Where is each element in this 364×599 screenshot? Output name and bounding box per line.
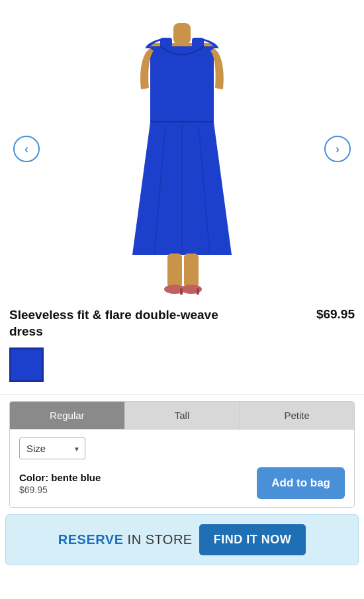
product-title: Sleeveless fit & flare double-weave dres… [9,307,234,340]
svg-rect-7 [167,253,182,288]
product-image [96,3,268,295]
find-it-now-button[interactable]: FIND IT NOW [199,524,306,555]
add-to-bag-button[interactable]: Add to bag [257,467,345,499]
product-info-section: Sleeveless fit & flare double-weave dres… [0,298,364,394]
reserve-text: RESERVE IN STORE [58,532,193,547]
next-arrow-icon: › [336,142,340,156]
color-swatch-blue[interactable] [9,347,44,382]
add-to-bag-row: Color: bente blue $69.95 Add to bag [19,467,345,499]
tab-regular[interactable]: Regular [10,402,125,429]
size-select-row: Size 0 2 4 6 8 10 12 14 16 [19,438,345,459]
color-swatch-row [9,347,355,385]
reserve-highlight: RESERVE [58,532,124,547]
prev-image-button[interactable]: ‹ [13,136,40,162]
options-body: Size 0 2 4 6 8 10 12 14 16 Color: bente … [10,430,354,507]
product-image-section: ‹ [0,0,364,298]
color-label: Color: bente blue [19,472,101,483]
next-image-button[interactable]: › [324,136,351,162]
options-section: Regular Tall Petite Size 0 2 4 6 8 10 12… [9,401,355,508]
color-price-info: Color: bente blue $69.95 [19,472,101,495]
reserve-banner: RESERVE IN STORE FIND IT NOW [5,514,359,565]
svg-rect-1 [173,23,191,44]
svg-rect-11 [180,288,183,295]
size-select-wrapper: Size 0 2 4 6 8 10 12 14 16 [19,438,85,459]
tab-tall[interactable]: Tall [125,402,240,429]
tab-petite[interactable]: Petite [240,402,354,429]
item-price: $69.95 [19,484,101,495]
reserve-rest: IN STORE [124,532,193,547]
product-title-row: Sleeveless fit & flare double-weave dres… [9,307,355,340]
svg-rect-12 [197,288,199,295]
color-label-prefix: Color: [19,472,51,483]
svg-rect-2 [150,46,214,122]
svg-rect-8 [184,253,199,288]
prev-arrow-icon: ‹ [24,142,28,156]
fit-tabs-row: Regular Tall Petite [10,402,354,430]
product-price: $69.95 [316,307,355,322]
color-value: bente blue [51,472,101,483]
size-dropdown[interactable]: Size 0 2 4 6 8 10 12 14 16 [19,438,85,459]
